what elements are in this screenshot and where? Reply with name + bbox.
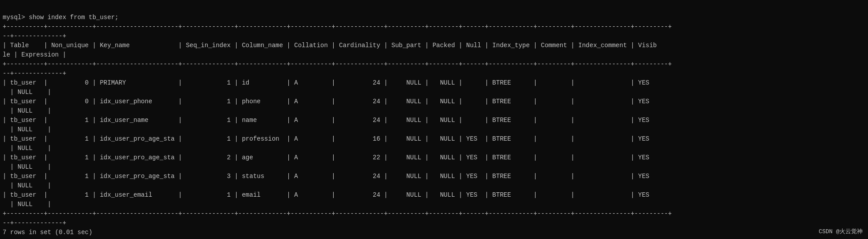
row-4-sub: | NULL | [3, 145, 51, 152]
row-6-sub: | NULL | [3, 182, 51, 189]
row-4-main: | tb_user | 1 | idx_user_pro_age_sta | 1… [3, 135, 649, 142]
row-5-sub: | NULL | [3, 163, 51, 170]
watermark: CSDN @火云觉神 [819, 227, 863, 235]
row-1-sub: | NULL | [3, 89, 51, 96]
separator-top: +----------+------------+---------------… [3, 23, 672, 30]
row-7-main: | tb_user | 1 | idx_user_email | 1 | ema… [3, 191, 649, 198]
row-2-sub: | NULL | [3, 107, 51, 114]
separator-bottom-b: --+-------------+ [3, 219, 66, 227]
row-3-main: | tb_user | 1 | idx_user_name | 1 | name… [3, 117, 649, 124]
row-1-main: | tb_user | 0 | PRIMARY | 1 | id | A | 2… [3, 79, 649, 86]
row-2-main: | tb_user | 0 | idx_user_phone | 1 | pho… [3, 98, 649, 105]
terminal-output: mysql> show index from tb_user; +-------… [3, 4, 865, 237]
separator-bottom: +----------+------------+---------------… [3, 210, 672, 217]
row-6-main: | tb_user | 1 | idx_user_pro_age_sta | 3… [3, 173, 649, 180]
command-line: mysql> show index from tb_user; [3, 14, 118, 21]
separator-mid: +----------+------------+---------------… [3, 61, 672, 68]
row-5-main: | tb_user | 1 | idx_user_pro_age_sta | 2… [3, 154, 649, 161]
result-line: 7 rows in set (0.01 sec) [3, 229, 93, 236]
header-row: | Table | Non_unique | Key_name | Seq_in… [3, 42, 657, 49]
row-3-sub: | NULL | [3, 126, 51, 133]
separator-mid-b: --+-------------+ [3, 70, 66, 77]
row-7-sub: | NULL | [3, 201, 51, 208]
header-row-2: le | Expression | [3, 51, 66, 58]
separator-top-b: --+-------------+ [3, 32, 66, 40]
